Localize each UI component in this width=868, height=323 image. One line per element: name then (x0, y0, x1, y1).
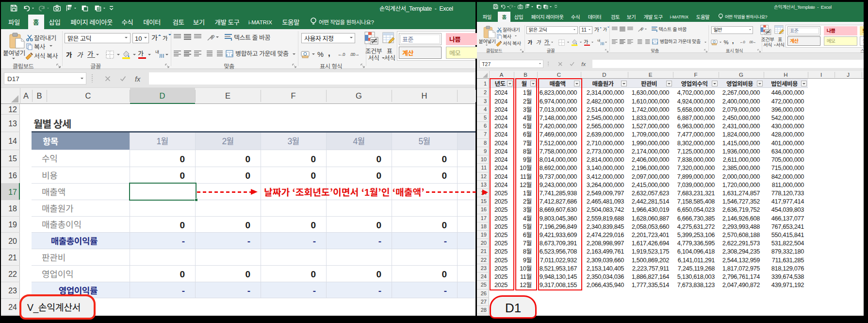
svg-text:ab: ab (208, 34, 215, 41)
svg-text:ab: ab (639, 26, 644, 32)
